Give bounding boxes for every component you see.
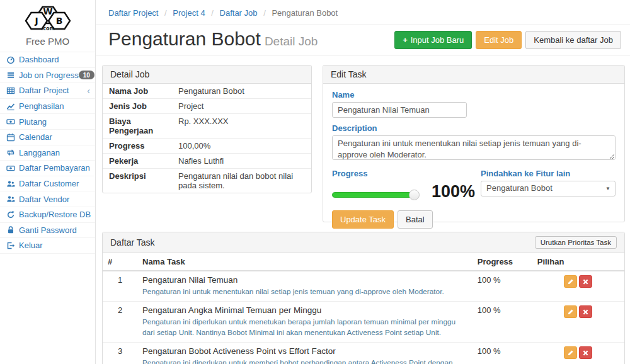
svg-text:J: J xyxy=(34,16,38,26)
sidebar: W J B .com Free PMO Dashboard Job on Pro… xyxy=(0,0,96,364)
urutkan-prioritas-task-button[interactable]: Urutkan Prioritas Task xyxy=(535,236,617,249)
task-row: 3 Pengaturan Bobot Activeness Point vs E… xyxy=(103,343,624,364)
sidebar-item-dashboard[interactable]: Dashboard xyxy=(0,52,95,68)
edit-task-button[interactable] xyxy=(564,346,577,359)
task-table: # Nama Task Progress Pilihan 1 Pengatura… xyxy=(103,253,624,364)
sidebar-label: Dashboard xyxy=(19,55,59,64)
column-header-nama-task: Nama Task xyxy=(137,253,472,271)
breadcrumb: Daftar Project / Project 4 / Daftar Job … xyxy=(96,0,630,25)
refresh-icon xyxy=(5,210,16,219)
sidebar-label: Daftar Vendor xyxy=(19,195,69,204)
sidebar-label: Daftar Project xyxy=(19,86,69,95)
sidebar-item-keluar[interactable]: Keluar xyxy=(0,238,95,254)
task-description-textarea[interactable]: Pengaturan ini untuk menentukan nilai se… xyxy=(332,135,616,160)
task-progress: 100 % xyxy=(472,343,532,364)
plus-icon: + xyxy=(403,35,408,45)
svg-text:B: B xyxy=(55,16,62,26)
sidebar-label: Job on Progress xyxy=(19,71,79,80)
delete-task-button[interactable] xyxy=(579,275,592,288)
caret-down-icon: ▼ xyxy=(605,186,610,191)
task-name: Pengaturan Angka Minimal Temuan per Ming… xyxy=(142,305,467,315)
breadcrumb-separator: / xyxy=(211,8,214,18)
breadcrumb-link-project-4[interactable]: Project 4 xyxy=(173,8,205,18)
task-row: 2 Pengaturan Angka Minimal Temuan per Mi… xyxy=(103,302,624,343)
task-table-header-row: # Nama Task Progress Pilihan xyxy=(103,253,624,271)
delete-task-button[interactable] xyxy=(579,305,592,318)
task-name-input[interactable] xyxy=(332,102,467,118)
breadcrumb-separator: / xyxy=(263,8,266,18)
detail-row: Pekerja Nafies Luthfi xyxy=(103,154,311,169)
jwb-logo: W J B .com xyxy=(18,23,78,33)
description-label: Description xyxy=(332,123,616,133)
detail-row: Jenis Job Project xyxy=(103,99,311,114)
column-header-num: # xyxy=(103,253,137,271)
page-title-bar: Pengaturan BobotDetail Job + Input Job B… xyxy=(96,25,630,56)
sidebar-label: Daftar Customer xyxy=(19,179,79,188)
sidebar-item-piutang[interactable]: Piutang xyxy=(0,114,95,130)
delete-task-button[interactable] xyxy=(579,346,592,359)
breadcrumb-link-daftar-project[interactable]: Daftar Project xyxy=(108,8,158,18)
page-title: Pengaturan BobotDetail Job xyxy=(108,28,318,49)
chevron-left-icon: ‹ xyxy=(87,86,90,95)
detail-row: Deskripsi Pengaturan nilai dan bobot nil… xyxy=(103,169,311,193)
sidebar-item-backup-restore-db[interactable]: Backup/Restore DB xyxy=(0,207,95,223)
kembali-ke-daftar-job-button[interactable]: Kembali ke daftar Job xyxy=(525,31,621,49)
detail-row: Nama Job Pengaturan Bobot xyxy=(103,84,311,99)
edit-task-button[interactable] xyxy=(564,275,577,288)
sidebar-label: Piutang xyxy=(19,117,47,127)
sidebar-item-daftar-pembayaran[interactable]: Daftar Pembayaran xyxy=(0,161,95,176)
job-count-badge: 10 xyxy=(79,71,94,79)
retweet-icon xyxy=(5,148,16,157)
task-progress: 100 % xyxy=(472,271,532,302)
task-name: Pengaturan Nilai Temuan xyxy=(142,275,467,285)
input-job-baru-button[interactable]: + Input Job Baru xyxy=(394,31,472,49)
main-content: Daftar Project / Project 4 / Daftar Job … xyxy=(96,0,630,364)
column-header-pilihan: Pilihan xyxy=(532,253,624,271)
sidebar-item-penghasilan[interactable]: Penghasilan xyxy=(0,99,95,115)
sign-out-icon xyxy=(5,241,16,250)
task-name: Pengaturan Bobot Activeness Point vs Eff… xyxy=(142,346,467,356)
breadcrumb-link-daftar-job[interactable]: Daftar Job xyxy=(220,8,258,18)
detail-job-panel-title: Detail Job xyxy=(103,65,311,84)
sidebar-item-daftar-customer[interactable]: Daftar Customer xyxy=(0,176,95,192)
progress-percentage: 100% xyxy=(432,182,475,202)
detail-job-panel: Detail Job Nama Job Pengaturan Bobot Jen… xyxy=(102,65,312,193)
sidebar-label: Daftar Pembayaran xyxy=(19,163,90,173)
progress-slider-fill xyxy=(332,192,414,198)
sidebar-item-job-on-progress[interactable]: Job on Progress 10 xyxy=(0,68,95,84)
sidebar-label: Calendar xyxy=(19,132,52,142)
task-description: Pengaturan ini diperlukan untuk memberi … xyxy=(142,358,467,364)
edit-job-button[interactable]: Edit Job xyxy=(476,31,522,49)
update-task-button[interactable]: Update Task xyxy=(332,210,394,229)
task-description: Pengaturan ini diperlukan untuk menetuka… xyxy=(142,317,467,338)
sidebar-label: Keluar xyxy=(19,241,43,250)
dashboard-icon xyxy=(5,55,16,64)
sidebar-label: Backup/Restore DB xyxy=(19,210,91,219)
task-progress: 100 % xyxy=(472,302,532,343)
progress-slider-handle[interactable] xyxy=(409,190,420,200)
sidebar-item-daftar-project[interactable]: Daftar Project ‹ xyxy=(0,83,95,99)
daftar-task-panel-title: Daftar Task xyxy=(110,237,155,247)
progress-slider[interactable] xyxy=(332,192,414,198)
sidebar-label: Ganti Password xyxy=(19,225,77,235)
brand-block[interactable]: W J B .com Free PMO xyxy=(0,0,95,52)
detail-row: Progress 100,00% xyxy=(103,139,311,154)
daftar-task-panel: Daftar Task Urutkan Prioritas Task # Nam… xyxy=(102,232,625,364)
sidebar-item-ganti-password[interactable]: Ganti Password xyxy=(0,223,95,239)
calendar-icon xyxy=(5,133,16,142)
column-header-progress: Progress xyxy=(472,253,532,271)
batal-button[interactable]: Batal xyxy=(398,210,433,229)
brand-name: Free PMO xyxy=(0,36,95,47)
sidebar-label: Penghasilan xyxy=(19,101,64,111)
sidebar-item-daftar-vendor[interactable]: Daftar Vendor xyxy=(0,191,95,207)
name-label: Name xyxy=(332,90,616,100)
task-description: Pengaturan ini untuk menentukan nilai se… xyxy=(142,287,467,297)
users-icon xyxy=(5,195,16,203)
table-icon xyxy=(5,86,16,95)
money-icon xyxy=(5,117,16,126)
move-feature-select[interactable]: Pengaturan Bobot ▼ xyxy=(481,181,616,196)
edit-task-button[interactable] xyxy=(564,305,577,318)
line-chart-icon xyxy=(5,102,16,111)
sidebar-item-langganan[interactable]: Langganan xyxy=(0,145,95,161)
sidebar-item-calendar[interactable]: Calendar xyxy=(0,130,95,145)
